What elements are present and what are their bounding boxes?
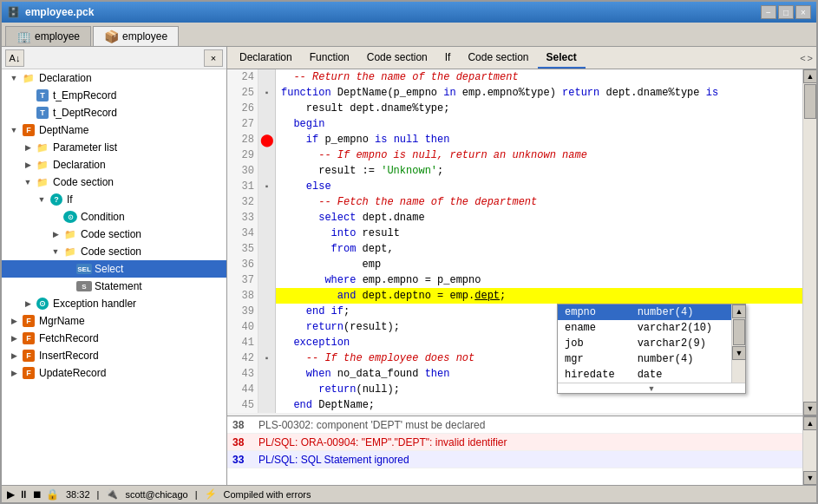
- close-tree-button[interactable]: ×: [204, 49, 223, 67]
- expander-param[interactable]: ▶: [21, 143, 35, 152]
- close-button[interactable]: ×: [795, 5, 811, 19]
- func-F-icon: F: [21, 123, 36, 137]
- scroll-up-button[interactable]: ▲: [803, 69, 816, 83]
- folder-icon: 📁: [62, 227, 78, 241]
- expand-25[interactable]: ▪: [264, 88, 269, 98]
- error-scroll-up[interactable]: ▲: [803, 416, 816, 430]
- tree-label: t_DeptRecord: [53, 107, 117, 119]
- right-panel: Declaration Function Code section If Cod…: [227, 47, 816, 485]
- expander-code1[interactable]: ▼: [21, 178, 35, 187]
- error-list[interactable]: 38 PLS-00302: component 'DEPT' must be d…: [227, 416, 802, 485]
- error-item-2[interactable]: 33 PL/SQL: SQL Statement ignored: [227, 451, 802, 468]
- autocomplete-item-1[interactable]: ename varchar2(10): [558, 320, 731, 336]
- tree-label: Statement: [95, 280, 142, 292]
- tree-item-code-section3[interactable]: ▼ 📁 Code section: [2, 243, 226, 260]
- ac-scroll-up[interactable]: ▲: [732, 304, 746, 318]
- tree-item-insertrecord[interactable]: ▶ F InsertRecord: [2, 347, 226, 364]
- nav-tab-function[interactable]: Function: [301, 48, 358, 69]
- code-scrollbar[interactable]: ▲ ▼: [802, 69, 816, 416]
- nav-tab-if[interactable]: If: [436, 48, 460, 69]
- nav-tab-code-section2[interactable]: Code section: [459, 48, 537, 69]
- tree-item-mgrname[interactable]: ▶ F MgrName: [2, 312, 226, 330]
- expander-mgr[interactable]: ▶: [7, 317, 21, 325]
- expander-code3[interactable]: ▼: [49, 247, 62, 256]
- tree-item-exception[interactable]: ▶ ⊙ Exception handler: [2, 295, 226, 312]
- tab-file-label: employee: [122, 30, 167, 43]
- error-item-0[interactable]: 38 PLS-00302: component 'DEPT' must be d…: [227, 416, 802, 434]
- tree-item-fetchrecord[interactable]: ▶ F FetchRecord: [2, 330, 226, 347]
- nav-tab-code-section1[interactable]: Code section: [358, 48, 436, 69]
- stop-icon[interactable]: ⏹: [32, 488, 43, 501]
- restore-button[interactable]: □: [778, 5, 794, 19]
- tree-item-deptname[interactable]: ▼ F DeptName: [2, 121, 226, 139]
- ac-scrollbar[interactable]: ▲ ▼: [731, 304, 745, 383]
- pause-icon[interactable]: ⏸: [18, 488, 29, 501]
- error-scrollbar[interactable]: ▲ ▼: [802, 416, 816, 485]
- tree-item-t-emp-record[interactable]: T t_EmpRecord: [2, 87, 226, 104]
- compile-icon: ⚡: [205, 488, 217, 500]
- expander-decl-inner[interactable]: ▶: [21, 160, 35, 169]
- expander-exc[interactable]: ▶: [21, 299, 35, 308]
- schema-icon: 🏢: [16, 29, 31, 43]
- expand-42[interactable]: ▪: [264, 354, 269, 363]
- error-panel-inner: 38 PLS-00302: component 'DEPT' must be d…: [227, 416, 816, 485]
- ac-scroll-down[interactable]: ▼: [732, 346, 746, 360]
- tree-item-updaterecord[interactable]: ▶ F UpdateRecord: [2, 364, 226, 382]
- expander-declaration[interactable]: ▼: [7, 74, 21, 82]
- error-item-1[interactable]: 38 PL/SQL: ORA-00904: "EMP"."DEPT": inva…: [227, 434, 802, 451]
- ac-scroll-thumb[interactable]: [733, 319, 745, 345]
- tree-item-select[interactable]: SEL Select: [2, 260, 226, 278]
- expander-deptname[interactable]: ▼: [7, 126, 21, 134]
- tree-item-statement[interactable]: S Statement: [2, 278, 226, 295]
- error-panel: 38 PLS-00302: component 'DEPT' must be d…: [227, 416, 816, 485]
- scroll-down-button[interactable]: ▼: [803, 402, 816, 416]
- title-bar-controls: − □ ×: [761, 5, 811, 19]
- tree-item-condition[interactable]: ⊙ Condition: [2, 208, 226, 226]
- code-line-27: 27 begin: [227, 116, 802, 132]
- autocomplete-item-0[interactable]: empno number(4): [558, 304, 731, 320]
- run-icon[interactable]: ▶: [7, 488, 15, 501]
- minimize-button[interactable]: −: [761, 5, 776, 19]
- tab-employee-schema[interactable]: 🏢 employee: [5, 26, 91, 46]
- tree-item-if[interactable]: ▼ ? If: [2, 191, 226, 208]
- tree-label: MgrName: [39, 315, 85, 327]
- tree-item-declaration-inner[interactable]: ▶ 📁 Declaration: [2, 156, 226, 173]
- expander-fetch[interactable]: ▶: [7, 334, 21, 343]
- expander-code2[interactable]: ▶: [49, 230, 62, 239]
- user-info: scott@chicago: [125, 489, 187, 500]
- ac-col2-0: number(4): [631, 304, 731, 320]
- tree-label: Code section: [53, 176, 114, 188]
- tree-item-param-list[interactable]: ▶ 📁 Parameter list: [2, 139, 226, 156]
- autocomplete-popup[interactable]: empno number(4) ename varchar2(10): [557, 304, 746, 394]
- error-message-2: PL/SQL: SQL Statement ignored: [258, 454, 409, 466]
- nav-next-icon[interactable]: >: [808, 53, 813, 63]
- nav-tab-declaration[interactable]: Declaration: [231, 48, 301, 69]
- title-bar-left: 🗄️ employee.pck: [7, 6, 94, 18]
- ac-col1-4: hiredate: [558, 367, 631, 383]
- tree-item-code-section2[interactable]: ▶ 📁 Code section: [2, 226, 226, 243]
- ac-footer: ▼: [558, 383, 745, 393]
- code-scroll-area[interactable]: 24 -- Return the name of the department …: [227, 69, 802, 416]
- scroll-thumb[interactable]: [804, 84, 816, 119]
- expander-if[interactable]: ▼: [35, 195, 49, 204]
- tree-label: FetchRecord: [39, 332, 99, 344]
- tree-item-declaration-root[interactable]: ▼ 📁 Declaration: [2, 69, 226, 87]
- nav-tab-select[interactable]: Select: [538, 48, 586, 69]
- sort-button[interactable]: A↓: [5, 49, 24, 67]
- tree-item-code-section1[interactable]: ▼ 📁 Code section: [2, 173, 226, 191]
- nav-prev-icon[interactable]: <: [800, 53, 805, 63]
- tab-employee-file[interactable]: 📦 employee: [93, 26, 179, 46]
- tree-container[interactable]: ▼ 📁 Declaration T t_EmpRecord T t_DeptRe…: [2, 69, 226, 485]
- folder-icon: 📁: [35, 175, 50, 189]
- tree-label: DeptName: [39, 124, 88, 136]
- expand-31[interactable]: ▪: [264, 182, 269, 192]
- error-scroll-down[interactable]: ▼: [803, 471, 816, 485]
- tree-item-t-dept-record[interactable]: T t_DeptRecord: [2, 104, 226, 121]
- ac-col1-1: ename: [558, 320, 631, 336]
- code-line-45: 45 end DeptName;: [227, 397, 802, 413]
- autocomplete-item-4[interactable]: hiredate date: [558, 367, 731, 383]
- expander-insert[interactable]: ▶: [7, 351, 21, 360]
- expander-update[interactable]: ▶: [7, 369, 21, 377]
- autocomplete-item-2[interactable]: job varchar2(9): [558, 336, 731, 351]
- autocomplete-item-3[interactable]: mgr number(4): [558, 351, 731, 367]
